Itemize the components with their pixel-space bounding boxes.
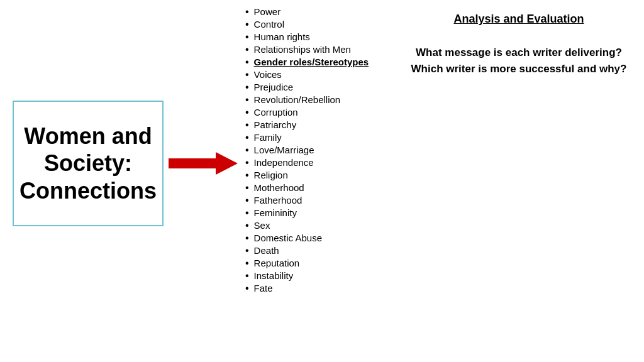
list-item: Domestic Abuse <box>245 233 421 244</box>
list-item: Reputation <box>245 258 421 269</box>
list-item: Gender roles/Stereotypes <box>245 57 421 68</box>
list-item: Independence <box>245 157 421 168</box>
list-item: Voices <box>245 69 421 80</box>
bullet-list-section: PowerControlHuman rightsRelationships wi… <box>245 6 421 295</box>
left-box-title: Women and Society: Connections <box>14 123 162 204</box>
question-1: What message is each writer delivering? <box>416 47 622 58</box>
right-section: Analysis and Evaluation What message is … <box>402 13 635 77</box>
topic-list: PowerControlHuman rightsRelationships wi… <box>245 6 421 294</box>
list-item: Femininity <box>245 207 421 219</box>
list-item: Sex <box>245 220 421 231</box>
list-item: Instability <box>245 270 421 282</box>
list-item: Human rights <box>245 31 421 43</box>
list-item: Love/Marriage <box>245 145 421 156</box>
analysis-questions: What message is each writer delivering? … <box>402 45 635 77</box>
right-arrow <box>169 151 238 176</box>
list-item: Relationships with Men <box>245 44 421 55</box>
list-item: Control <box>245 19 421 30</box>
list-item: Motherhood <box>245 182 421 194</box>
analysis-title: Analysis and Evaluation <box>402 13 635 26</box>
left-box: Women and Society: Connections <box>13 101 164 226</box>
list-item: Prejudice <box>245 82 421 93</box>
list-item: Revolution/Rebellion <box>245 94 421 106</box>
list-item: Family <box>245 132 421 143</box>
list-item: Death <box>245 245 421 256</box>
list-item: Religion <box>245 170 421 181</box>
list-item: Fatherhood <box>245 195 421 206</box>
list-item: Patriarchy <box>245 119 421 131</box>
svg-marker-0 <box>169 152 238 175</box>
question-2: Which writer is more successful and why? <box>411 63 627 75</box>
list-item: Power <box>245 6 421 18</box>
arrow-container <box>169 151 238 176</box>
list-item: Fate <box>245 283 421 294</box>
list-item: Corruption <box>245 107 421 118</box>
